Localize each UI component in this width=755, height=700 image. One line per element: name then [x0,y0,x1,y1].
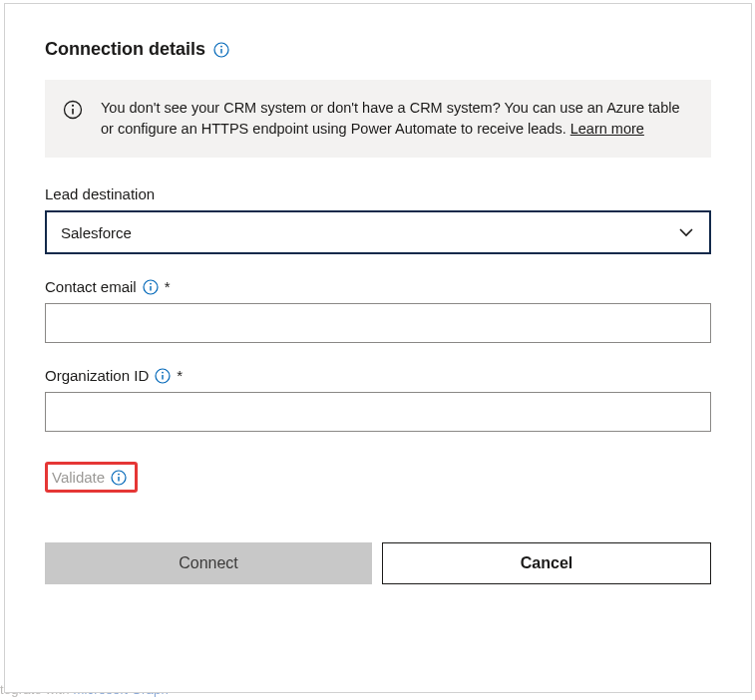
organization-id-field: Organization ID * [45,367,711,432]
required-mark: * [165,278,171,295]
validate-highlight-box: Validate [45,462,138,493]
lead-destination-label: Lead destination [45,185,711,202]
info-banner: You don't see your CRM system or don't h… [45,80,711,158]
svg-point-2 [220,45,222,47]
panel-heading: Connection details [45,39,205,60]
contact-email-label: Contact email * [45,278,711,295]
button-row: Connect Cancel [45,542,711,584]
connect-button[interactable]: Connect [45,542,372,584]
learn-more-link[interactable]: Learn more [570,121,644,137]
lead-destination-select[interactable]: Salesforce [45,210,711,254]
info-icon[interactable] [143,279,159,295]
connection-details-panel: Connection details You don't see your CR… [4,3,752,693]
info-icon[interactable] [213,42,229,58]
contact-email-input[interactable] [45,303,711,343]
contact-email-field: Contact email * [45,278,711,343]
svg-point-5 [72,105,74,107]
required-mark: * [177,367,183,384]
lead-destination-value: Salesforce [61,224,677,241]
svg-point-14 [118,473,120,475]
organization-id-input[interactable] [45,392,711,432]
validate-link[interactable]: Validate [52,469,105,486]
chevron-down-icon [677,223,695,241]
info-icon[interactable] [155,368,171,384]
info-icon[interactable] [111,470,127,486]
cancel-button[interactable]: Cancel [382,542,711,584]
svg-point-11 [162,371,164,373]
svg-point-8 [150,282,152,284]
heading-row: Connection details [45,39,711,60]
info-icon [63,100,83,120]
organization-id-label: Organization ID * [45,367,711,384]
info-banner-text: You don't see your CRM system or don't h… [101,98,687,140]
lead-destination-field: Lead destination Salesforce [45,185,711,254]
